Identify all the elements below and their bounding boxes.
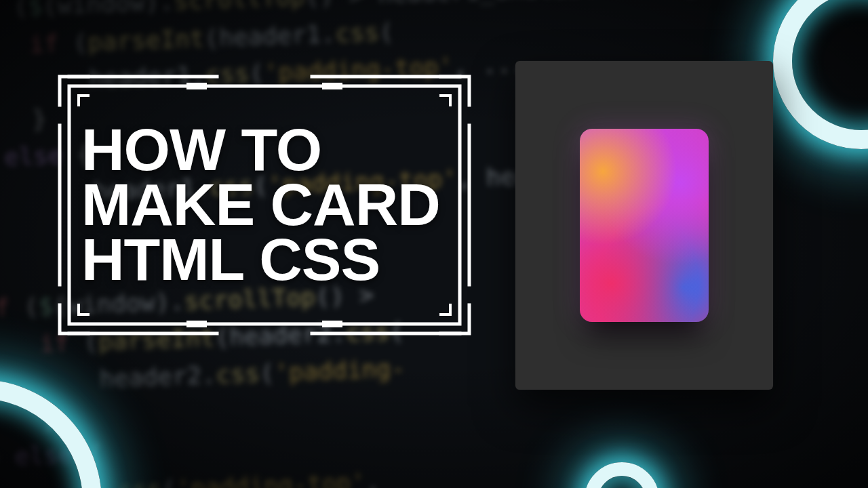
headline-text: HOW TOMAKE CARDHTML CSS [81, 123, 440, 287]
title-frame: HOW TOMAKE CARDHTML CSS [54, 71, 475, 339]
card-preview-panel [515, 61, 773, 390]
headline: HOW TOMAKE CARDHTML CSS [54, 71, 475, 339]
thumbnail-stage: if ($(window).scrollTop() > header1_init… [0, 0, 868, 488]
gradient-card [580, 129, 709, 322]
